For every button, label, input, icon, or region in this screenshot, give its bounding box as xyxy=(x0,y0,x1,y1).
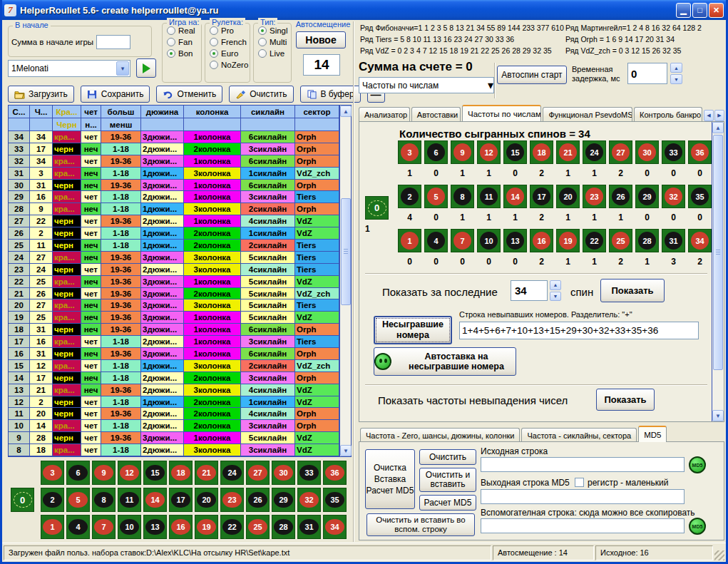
start-sum-input[interactable] xyxy=(96,35,130,49)
panel-scrollbar[interactable]: ▲ ▼ xyxy=(712,122,724,421)
spin-down-icon[interactable]: ▼ xyxy=(670,74,682,84)
radio-pro[interactable]: Pro xyxy=(210,26,250,35)
board-cell-14[interactable]: 14 xyxy=(143,488,167,512)
board-cell-28[interactable]: 28 xyxy=(272,515,295,539)
freq-cell-2[interactable]: 2 xyxy=(398,185,421,208)
freq-cell-1[interactable]: 1 xyxy=(398,229,421,252)
column-header[interactable]: чет xyxy=(81,106,101,118)
show-missing-button[interactable]: Показать xyxy=(596,389,655,411)
table-row[interactable]: 1321кра...неч19-362дюжи...3колонка4сикла… xyxy=(9,384,339,396)
table-scrollbar[interactable]: ▲ ▼ xyxy=(339,106,351,456)
table-row[interactable]: 1014кра...чет1-182дюжи...2колонка3сиклай… xyxy=(9,420,339,432)
freq-cell-30[interactable]: 30 xyxy=(635,140,659,164)
table-row[interactable]: 313кра...неч1-181дюжи...3колонка1сиклайн… xyxy=(9,168,339,180)
column-header[interactable]: сектор xyxy=(295,106,339,118)
column-header[interactable] xyxy=(9,118,30,131)
scroll-up-icon[interactable]: ▲ xyxy=(712,122,724,133)
table-row[interactable]: 1925кра...неч19-363дюжи...1колонка5сикла… xyxy=(9,312,339,324)
radio-bon[interactable]: Bon xyxy=(167,49,201,58)
table-row[interactable]: 2916кра...чет1-182дюжи...1колонка3сиклай… xyxy=(9,191,339,203)
table-row[interactable]: 289кра...неч1-181дюжи...3колонка2сиклайн… xyxy=(9,203,339,215)
radio-real[interactable]: Real xyxy=(167,26,201,35)
board-cell-23[interactable]: 23 xyxy=(220,488,244,512)
freq-zero-cell[interactable]: 0 xyxy=(365,196,389,220)
column-header[interactable]: н... xyxy=(81,118,101,131)
freq-cell-7[interactable]: 7 xyxy=(451,229,474,252)
table-row[interactable]: 2427кра...неч19-363дюжи...3колонка5сикла… xyxy=(9,252,339,264)
freq-cell-18[interactable]: 18 xyxy=(530,140,553,164)
table-row[interactable]: 2511черннеч1-181дюжи...2колонка2сиклайнT… xyxy=(9,240,339,252)
column-header[interactable] xyxy=(241,118,295,131)
board-cell-31[interactable]: 31 xyxy=(297,515,321,539)
radio-euro[interactable]: Euro xyxy=(210,49,250,58)
board-cell-1[interactable]: 1 xyxy=(41,515,64,539)
freq-cell-27[interactable]: 27 xyxy=(609,140,632,164)
copy-to-buffer-button[interactable]: В буфер xyxy=(300,86,361,103)
mode-combobox[interactable]: Частоты по числам ▾ xyxy=(359,77,494,93)
board-zero-cell[interactable]: 0 xyxy=(11,488,34,512)
delay-value[interactable]: 0 xyxy=(627,63,667,84)
tab-функционал-psevdoms[interactable]: Функционал PsevdoMS xyxy=(543,107,632,121)
chevron-down-icon[interactable]: ▾ xyxy=(488,78,493,92)
board-cell-2[interactable]: 2 xyxy=(41,488,64,512)
freq-cell-9[interactable]: 9 xyxy=(451,140,474,164)
md5-clear-paste-helper-button[interactable]: Очистить и вставить во вспом. строку xyxy=(366,513,475,536)
board-cell-32[interactable]: 32 xyxy=(297,488,321,512)
undo-button[interactable]: Отменить xyxy=(156,86,222,103)
minimize-button[interactable]: ▁ xyxy=(676,3,691,18)
autobet-unplayed-button[interactable]: Автоставка на несыгравшие номера xyxy=(374,347,516,376)
freq-cell-20[interactable]: 20 xyxy=(556,185,580,208)
radio-dot-icon[interactable] xyxy=(210,49,218,58)
table-row[interactable]: 122чернчет1-181дюжи...2колонка1сиклайнVd… xyxy=(9,396,339,409)
md5-clear-paste-button[interactable]: Очистить и вставить xyxy=(419,468,476,492)
autospin-start-button[interactable]: Автоспин старт xyxy=(497,66,567,84)
delay-spinner[interactable]: ▲ ▼ xyxy=(670,63,682,84)
column-header[interactable]: сиклайн xyxy=(241,106,295,118)
scroll-down-icon[interactable]: ▼ xyxy=(712,410,724,421)
freq-cell-15[interactable]: 15 xyxy=(503,140,527,164)
show-last-spinner[interactable]: ▲ ▼ xyxy=(550,280,561,301)
md5-calc-button[interactable]: Расчет MD5 xyxy=(419,495,476,511)
radio-dot-icon[interactable] xyxy=(210,26,218,35)
freq-cell-23[interactable]: 23 xyxy=(583,185,606,208)
title-bar[interactable]: 7 HelperRoullet 5.6- create helperroulle… xyxy=(0,0,728,20)
radio-singl[interactable]: Singl xyxy=(258,26,291,35)
freq-cell-12[interactable]: 12 xyxy=(477,140,501,164)
board-cell-13[interactable]: 13 xyxy=(143,515,167,539)
tab-частоты-по-числам[interactable]: Частоты по числам xyxy=(462,105,541,121)
board-cell-24[interactable]: 24 xyxy=(220,461,244,485)
table-row[interactable]: 3317черннеч1-182дюжи...2колонка3сиклайнO… xyxy=(9,143,339,155)
tab-scroll-right-icon[interactable]: ▶ xyxy=(714,110,724,121)
board-cell-10[interactable]: 10 xyxy=(118,515,141,539)
freq-cell-3[interactable]: 3 xyxy=(398,140,421,164)
board-cell-34[interactable]: 34 xyxy=(323,515,347,539)
freq-cell-29[interactable]: 29 xyxy=(635,185,659,208)
board-cell-30[interactable]: 30 xyxy=(272,461,295,485)
table-row[interactable]: 928чернчет19-363дюжи...1колонка5сиклайнV… xyxy=(9,432,339,444)
close-button[interactable]: ✕ xyxy=(709,3,724,18)
freq-cell-6[interactable]: 6 xyxy=(424,140,448,164)
radio-fan[interactable]: Fan xyxy=(167,38,201,46)
show-button[interactable]: Показать xyxy=(600,279,665,302)
column-header[interactable]: менш xyxy=(101,118,141,131)
radio-multi[interactable]: Multi xyxy=(258,38,291,46)
scroll-thumb[interactable] xyxy=(713,135,723,370)
tab-частота-сиклайны-сектора[interactable]: Частота - сиклайны, сектора xyxy=(521,428,637,442)
radio-dot-icon[interactable] xyxy=(210,61,218,69)
table-row[interactable]: 2027кра...неч19-363дюжи...3колонка5сикла… xyxy=(9,299,339,312)
freq-cell-11[interactable]: 11 xyxy=(477,185,501,208)
table-row[interactable]: 1120чернчет19-362дюжи...2колонка4сиклайн… xyxy=(9,408,339,420)
save-button[interactable]: Сохранить xyxy=(81,86,150,103)
scroll-thumb[interactable] xyxy=(341,198,351,305)
freq-cell-31[interactable]: 31 xyxy=(662,229,685,252)
board-cell-3[interactable]: 3 xyxy=(41,461,64,485)
freq-cell-8[interactable]: 8 xyxy=(451,185,474,208)
lowercase-checkbox[interactable] xyxy=(575,478,584,487)
board-cell-9[interactable]: 9 xyxy=(92,461,116,485)
maximize-button[interactable]: □ xyxy=(692,3,707,18)
chevron-down-icon[interactable]: ▾ xyxy=(116,61,129,76)
spin-up-icon[interactable]: ▲ xyxy=(550,280,561,290)
md5-calc-icon[interactable]: MD5 xyxy=(689,456,706,473)
radio-nozero[interactable]: NoZero xyxy=(210,61,250,69)
tab-md5[interactable]: MD5 xyxy=(638,426,667,442)
